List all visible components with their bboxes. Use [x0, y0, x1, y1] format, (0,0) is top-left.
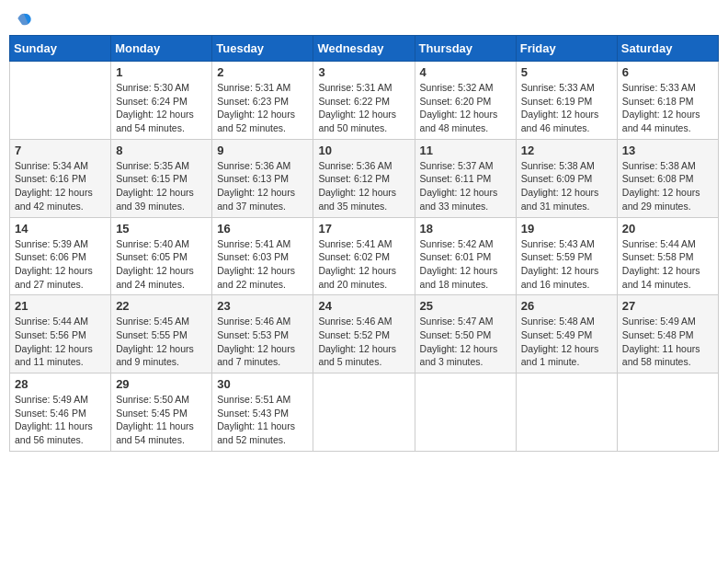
day-cell-19: 19Sunrise: 5:43 AM Sunset: 5:59 PM Dayli…: [516, 217, 617, 295]
day-number: 7: [15, 144, 106, 157]
day-number: 5: [521, 65, 612, 79]
day-info: Sunrise: 5:49 AM Sunset: 5:46 PM Dayligh…: [15, 393, 106, 447]
day-cell-26: 26Sunrise: 5:48 AM Sunset: 5:49 PM Dayli…: [516, 295, 617, 373]
day-cell-14: 14Sunrise: 5:39 AM Sunset: 6:06 PM Dayli…: [10, 217, 111, 295]
header-saturday: Saturday: [617, 36, 718, 62]
day-info: Sunrise: 5:42 AM Sunset: 6:01 PM Dayligh…: [420, 237, 511, 292]
day-number: 1: [116, 65, 207, 79]
day-cell-8: 8Sunrise: 5:35 AM Sunset: 6:15 PM Daylig…: [111, 139, 212, 217]
day-number: 3: [318, 65, 409, 79]
day-cell-23: 23Sunrise: 5:46 AM Sunset: 5:53 PM Dayli…: [212, 295, 313, 373]
day-number: 15: [116, 222, 207, 236]
day-cell-1: 1Sunrise: 5:30 AM Sunset: 6:24 PM Daylig…: [111, 62, 212, 140]
day-info: Sunrise: 5:30 AM Sunset: 6:24 PM Dayligh…: [116, 81, 207, 135]
day-info: Sunrise: 5:46 AM Sunset: 5:52 PM Dayligh…: [318, 315, 409, 369]
day-info: Sunrise: 5:50 AM Sunset: 5:45 PM Dayligh…: [116, 393, 207, 447]
day-number: 10: [318, 144, 409, 157]
day-cell-5: 5Sunrise: 5:33 AM Sunset: 6:19 PM Daylig…: [516, 62, 617, 140]
day-info: Sunrise: 5:46 AM Sunset: 5:53 PM Dayligh…: [217, 315, 308, 369]
day-cell-2: 2Sunrise: 5:31 AM Sunset: 6:23 PM Daylig…: [212, 62, 313, 140]
day-cell-24: 24Sunrise: 5:46 AM Sunset: 5:52 PM Dayli…: [313, 295, 415, 373]
day-cell-11: 11Sunrise: 5:37 AM Sunset: 6:11 PM Dayli…: [415, 139, 516, 217]
day-number: 11: [420, 144, 511, 157]
day-cell-6: 6Sunrise: 5:33 AM Sunset: 6:18 PM Daylig…: [617, 62, 718, 140]
day-info: Sunrise: 5:44 AM Sunset: 5:58 PM Dayligh…: [622, 237, 713, 292]
day-cell-29: 29Sunrise: 5:50 AM Sunset: 5:45 PM Dayli…: [111, 373, 212, 452]
calendar-table: SundayMondayTuesdayWednesdayThursdayFrid…: [9, 35, 719, 452]
header-tuesday: Tuesday: [212, 36, 313, 62]
calendar-header-row: SundayMondayTuesdayWednesdayThursdayFrid…: [10, 36, 719, 62]
day-number: 14: [15, 222, 106, 236]
day-number: 30: [217, 377, 308, 391]
day-cell-21: 21Sunrise: 5:44 AM Sunset: 5:56 PM Dayli…: [10, 295, 111, 373]
day-number: 19: [521, 222, 612, 236]
week-row-5: 28Sunrise: 5:49 AM Sunset: 5:46 PM Dayli…: [10, 373, 719, 452]
day-number: 2: [217, 65, 308, 79]
day-cell-20: 20Sunrise: 5:44 AM Sunset: 5:58 PM Dayli…: [617, 217, 718, 295]
logo: [13, 9, 35, 28]
header-wednesday: Wednesday: [313, 36, 415, 62]
header-thursday: Thursday: [415, 36, 516, 62]
day-cell-4: 4Sunrise: 5:32 AM Sunset: 6:20 PM Daylig…: [415, 62, 516, 140]
day-info: Sunrise: 5:47 AM Sunset: 5:50 PM Dayligh…: [420, 315, 511, 369]
day-info: Sunrise: 5:40 AM Sunset: 6:05 PM Dayligh…: [116, 237, 207, 292]
day-info: Sunrise: 5:38 AM Sunset: 6:08 PM Dayligh…: [622, 159, 713, 213]
day-info: Sunrise: 5:48 AM Sunset: 5:49 PM Dayligh…: [521, 315, 612, 369]
day-number: 9: [217, 144, 308, 157]
day-number: 23: [217, 299, 308, 313]
week-row-3: 14Sunrise: 5:39 AM Sunset: 6:06 PM Dayli…: [10, 217, 719, 295]
day-info: Sunrise: 5:33 AM Sunset: 6:18 PM Dayligh…: [622, 81, 713, 135]
day-cell-3: 3Sunrise: 5:31 AM Sunset: 6:22 PM Daylig…: [313, 62, 415, 140]
day-cell-9: 9Sunrise: 5:36 AM Sunset: 6:13 PM Daylig…: [212, 139, 313, 217]
day-cell-22: 22Sunrise: 5:45 AM Sunset: 5:55 PM Dayli…: [111, 295, 212, 373]
day-number: 18: [420, 222, 511, 236]
day-cell-18: 18Sunrise: 5:42 AM Sunset: 6:01 PM Dayli…: [415, 217, 516, 295]
day-info: Sunrise: 5:43 AM Sunset: 5:59 PM Dayligh…: [521, 237, 612, 292]
header-sunday: Sunday: [10, 36, 111, 62]
week-row-4: 21Sunrise: 5:44 AM Sunset: 5:56 PM Dayli…: [10, 295, 719, 373]
day-number: 27: [622, 299, 713, 313]
header-monday: Monday: [111, 36, 212, 62]
empty-cell: [617, 373, 718, 452]
day-info: Sunrise: 5:41 AM Sunset: 6:02 PM Dayligh…: [318, 237, 409, 292]
day-cell-13: 13Sunrise: 5:38 AM Sunset: 6:08 PM Dayli…: [617, 139, 718, 217]
day-info: Sunrise: 5:41 AM Sunset: 6:03 PM Dayligh…: [217, 237, 308, 292]
logo-icon: [15, 9, 33, 28]
page-header: [9, 9, 719, 28]
day-info: Sunrise: 5:33 AM Sunset: 6:19 PM Dayligh…: [521, 81, 612, 135]
day-cell-12: 12Sunrise: 5:38 AM Sunset: 6:09 PM Dayli…: [516, 139, 617, 217]
day-info: Sunrise: 5:36 AM Sunset: 6:12 PM Dayligh…: [318, 159, 409, 213]
day-number: 28: [15, 377, 106, 391]
day-number: 21: [15, 299, 106, 313]
day-info: Sunrise: 5:34 AM Sunset: 6:16 PM Dayligh…: [15, 159, 106, 213]
day-info: Sunrise: 5:45 AM Sunset: 5:55 PM Dayligh…: [116, 315, 207, 369]
header-friday: Friday: [516, 36, 617, 62]
day-info: Sunrise: 5:31 AM Sunset: 6:23 PM Dayligh…: [217, 81, 308, 135]
day-info: Sunrise: 5:51 AM Sunset: 5:43 PM Dayligh…: [217, 393, 308, 447]
day-number: 12: [521, 144, 612, 157]
day-number: 26: [521, 299, 612, 313]
day-number: 25: [420, 299, 511, 313]
day-cell-27: 27Sunrise: 5:49 AM Sunset: 5:48 PM Dayli…: [617, 295, 718, 373]
day-info: Sunrise: 5:35 AM Sunset: 6:15 PM Dayligh…: [116, 159, 207, 213]
day-cell-30: 30Sunrise: 5:51 AM Sunset: 5:43 PM Dayli…: [212, 373, 313, 452]
empty-cell: [415, 373, 516, 452]
day-info: Sunrise: 5:31 AM Sunset: 6:22 PM Dayligh…: [318, 81, 409, 135]
week-row-2: 7Sunrise: 5:34 AM Sunset: 6:16 PM Daylig…: [10, 139, 719, 217]
day-cell-16: 16Sunrise: 5:41 AM Sunset: 6:03 PM Dayli…: [212, 217, 313, 295]
day-number: 29: [116, 377, 207, 391]
day-info: Sunrise: 5:39 AM Sunset: 6:06 PM Dayligh…: [15, 237, 106, 292]
day-info: Sunrise: 5:38 AM Sunset: 6:09 PM Dayligh…: [521, 159, 612, 213]
day-info: Sunrise: 5:44 AM Sunset: 5:56 PM Dayligh…: [15, 315, 106, 369]
day-number: 20: [622, 222, 713, 236]
day-cell-28: 28Sunrise: 5:49 AM Sunset: 5:46 PM Dayli…: [10, 373, 111, 452]
week-row-1: 1Sunrise: 5:30 AM Sunset: 6:24 PM Daylig…: [10, 62, 719, 140]
day-cell-25: 25Sunrise: 5:47 AM Sunset: 5:50 PM Dayli…: [415, 295, 516, 373]
day-number: 24: [318, 299, 409, 313]
day-number: 22: [116, 299, 207, 313]
empty-cell: [313, 373, 415, 452]
day-info: Sunrise: 5:32 AM Sunset: 6:20 PM Dayligh…: [420, 81, 511, 135]
day-cell-17: 17Sunrise: 5:41 AM Sunset: 6:02 PM Dayli…: [313, 217, 415, 295]
day-number: 6: [622, 65, 713, 79]
day-cell-7: 7Sunrise: 5:34 AM Sunset: 6:16 PM Daylig…: [10, 139, 111, 217]
